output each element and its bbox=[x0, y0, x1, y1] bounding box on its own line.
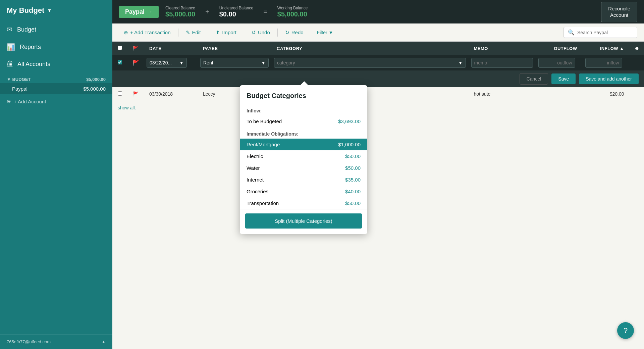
payee-select[interactable]: Rent ▼ bbox=[200, 58, 269, 68]
transaction-table: 🚩 DATE PAYEE CATEGORY MEMO OUTFLOW bbox=[112, 42, 644, 114]
sidebar-header[interactable]: My Budget ▼ bbox=[0, 0, 112, 21]
internet-item-name: Internet bbox=[247, 177, 264, 183]
add-transaction-button[interactable]: ⊕ + Add Transaction bbox=[119, 28, 175, 38]
bank-icon: 🏛 bbox=[7, 60, 13, 68]
search-input[interactable] bbox=[577, 30, 636, 35]
inflow-item-amount: $3,693.00 bbox=[338, 118, 361, 124]
inflow-section-label: Inflow: bbox=[240, 104, 367, 115]
dropdown-item-transportation[interactable]: Transportation $50.00 bbox=[240, 197, 367, 209]
flag-header: 🚩 bbox=[127, 42, 144, 55]
sidebar-item-all-accounts-label: All Accounts bbox=[17, 61, 50, 68]
water-item-name: Water bbox=[247, 165, 260, 171]
edit-icon: ✎ bbox=[186, 30, 190, 36]
row-flag[interactable]: 🚩 bbox=[127, 87, 144, 101]
show-all-row: show all. bbox=[112, 101, 644, 115]
sidebar-item-reports-label: Reports bbox=[20, 44, 41, 51]
budget-section-header: ▼ BUDGET $5,000.00 bbox=[0, 73, 112, 83]
memo-input[interactable] bbox=[471, 58, 533, 68]
dropdown-item-rent[interactable]: Rent/Mortgage $1,000.00 bbox=[240, 139, 367, 150]
payee-header: PAYEE bbox=[198, 42, 271, 55]
main-content: Paypal → Cleared Balance $5,000.00 + Unc… bbox=[112, 0, 644, 349]
row-flag-icon: 🚩 bbox=[133, 91, 139, 97]
active-row-outflow-cell bbox=[536, 55, 583, 70]
water-item-amount: $50.00 bbox=[345, 165, 361, 171]
sep3 bbox=[244, 29, 244, 37]
toolbar: ⊕ + Add Transaction ✎ Edit ⬆ Import ↺ Un… bbox=[112, 23, 644, 42]
dropdown-item-internet[interactable]: Internet $35.00 bbox=[240, 174, 367, 186]
search-box[interactable]: 🔍 bbox=[564, 27, 637, 38]
row-checkbox[interactable] bbox=[112, 87, 127, 101]
dropdown-item-groceries[interactable]: Groceries $40.00 bbox=[240, 186, 367, 197]
edit-label: Edit bbox=[192, 30, 201, 35]
envelope-icon: ✉ bbox=[7, 26, 12, 34]
equals-sep: = bbox=[263, 8, 267, 16]
sidebar-item-budget-label: Budget bbox=[17, 26, 36, 33]
active-row-checkbox[interactable] bbox=[112, 55, 127, 70]
import-label: Import bbox=[222, 30, 236, 35]
inflow-item-to-be-budgeted[interactable]: To be Budgeted $3,693.00 bbox=[240, 115, 367, 127]
account-badge[interactable]: Paypal → bbox=[119, 6, 159, 18]
add-col-header[interactable]: ⊕ bbox=[630, 42, 644, 55]
date-input[interactable]: 03/22/20... ▼ bbox=[147, 58, 187, 68]
dropdown-item-electric[interactable]: Electric $50.00 bbox=[240, 150, 367, 162]
redo-button[interactable]: ↻ Redo bbox=[280, 28, 308, 38]
date-header: DATE bbox=[144, 42, 198, 55]
sidebar-item-reports[interactable]: 📊 Reports bbox=[0, 38, 112, 56]
cancel-button[interactable]: Cancel bbox=[520, 73, 548, 85]
dropdown-arrow bbox=[300, 81, 308, 85]
add-label: + Add Transaction bbox=[130, 30, 171, 35]
active-row-category-cell: category ▼ bbox=[271, 55, 469, 70]
search-icon: 🔍 bbox=[568, 29, 575, 36]
undo-label: Undo bbox=[258, 30, 270, 35]
account-name: Paypal bbox=[12, 86, 28, 92]
category-dropdown-icon: ▼ bbox=[458, 60, 463, 65]
table-row[interactable]: 🚩 03/30/2018 Leccy hot sute $20.00 bbox=[112, 87, 644, 101]
show-all-link[interactable]: show all. bbox=[118, 105, 136, 110]
add-account-button[interactable]: ⊕ + Add Account bbox=[0, 94, 112, 108]
top-bar: Paypal → Cleared Balance $5,000.00 + Unc… bbox=[112, 0, 644, 23]
inflow-input[interactable] bbox=[585, 58, 622, 68]
footer-arrow[interactable]: ▲ bbox=[101, 339, 106, 344]
outflow-input[interactable] bbox=[538, 58, 575, 68]
split-categories-button[interactable]: Split (Multiple Categories) bbox=[245, 213, 362, 229]
active-row-action-cell bbox=[630, 55, 644, 70]
table-header-row: 🚩 DATE PAYEE CATEGORY MEMO OUTFLOW bbox=[112, 42, 644, 55]
row-memo: hot sute bbox=[469, 87, 536, 101]
sidebar-item-all-accounts[interactable]: 🏛 All Accounts bbox=[0, 56, 112, 73]
filter-button[interactable]: Filter ▼ bbox=[312, 28, 338, 37]
date-dropdown-icon: ▼ bbox=[179, 60, 184, 65]
working-value: $5,000.00 bbox=[277, 10, 308, 18]
add-icon: ⊕ bbox=[124, 30, 128, 36]
save-button[interactable]: Save bbox=[551, 73, 576, 84]
edit-button[interactable]: ✎ Edit bbox=[181, 28, 206, 38]
show-all-cell: show all. bbox=[112, 101, 644, 115]
working-label: Working Balance bbox=[277, 6, 308, 10]
uncleared-label: Uncleared Balance bbox=[219, 6, 253, 10]
sep4 bbox=[277, 29, 278, 37]
sidebar: My Budget ▼ ✉ Budget 📊 Reports 🏛 All Acc… bbox=[0, 0, 112, 349]
dropdown-item-water[interactable]: Water $50.00 bbox=[240, 162, 367, 174]
transaction-table-container: 🚩 DATE PAYEE CATEGORY MEMO OUTFLOW bbox=[112, 42, 644, 349]
action-buttons-row: Cancel Save Save and add another bbox=[112, 70, 644, 87]
sidebar-item-budget[interactable]: ✉ Budget bbox=[0, 21, 112, 38]
inflow-header[interactable]: INFLOW ▲ bbox=[583, 42, 630, 55]
rent-item-name: Rent/Mortgage bbox=[247, 142, 280, 147]
sidebar-account-paypal[interactable]: Paypal $5,000.00 bbox=[0, 83, 112, 94]
app-title: My Budget bbox=[7, 6, 44, 15]
inflow-item-name: To be Budgeted bbox=[247, 118, 282, 124]
account-amount: $5,000.00 bbox=[83, 86, 106, 92]
select-all-checkbox[interactable] bbox=[112, 42, 127, 55]
active-row-date-cell: 03/22/20... ▼ bbox=[144, 55, 198, 70]
plus-sep: + bbox=[205, 8, 209, 16]
groceries-item-name: Groceries bbox=[247, 189, 268, 194]
import-button[interactable]: ⬆ Import bbox=[211, 28, 241, 38]
active-row-payee-cell: Rent ▼ bbox=[198, 55, 271, 70]
working-balance: Working Balance $5,000.00 bbox=[277, 6, 308, 18]
save-add-button[interactable]: Save and add another bbox=[579, 73, 639, 84]
account-badge-arrow: → bbox=[147, 9, 153, 15]
help-button[interactable]: ? bbox=[617, 322, 634, 339]
active-row-flag[interactable]: 🚩 bbox=[127, 55, 144, 70]
reconcile-button[interactable]: ReconcileAccount bbox=[601, 2, 637, 22]
undo-button[interactable]: ↺ Undo bbox=[247, 28, 275, 38]
category-select[interactable]: category ▼ bbox=[274, 58, 466, 68]
